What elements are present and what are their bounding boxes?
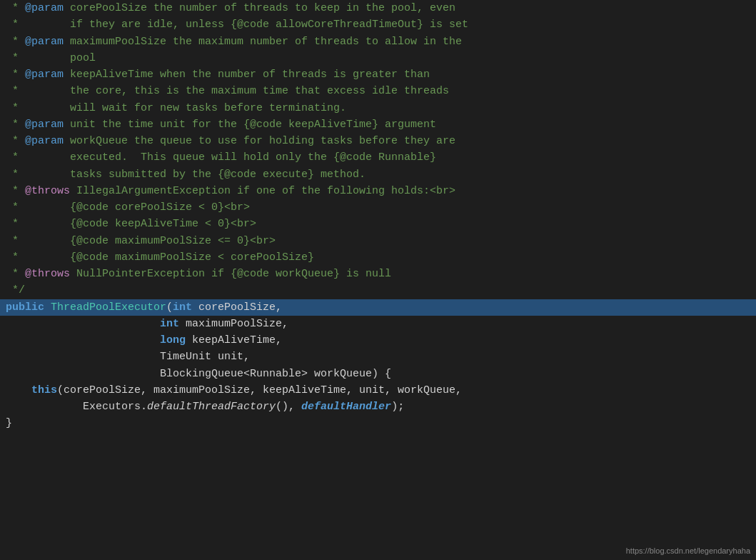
code-token: defaultThreadFactory (147, 401, 276, 413)
code-token: Executors. (6, 401, 147, 413)
code-line: * {@code corePoolSize < 0}<br> (0, 199, 756, 216)
code-token: * (6, 36, 25, 48)
code-token: * (6, 268, 25, 280)
code-line: * tasks submitted by the {@code execute}… (0, 166, 756, 183)
code-token: int (173, 301, 192, 314)
code-line: } (0, 415, 756, 431)
code-line: TimeUnit unit, (0, 349, 756, 365)
code-token: * {@code maximumPoolSize < corePoolSize} (6, 251, 314, 264)
code-token: * tasks submitted by the {@code execute}… (6, 169, 366, 181)
code-token: keepAliveTime when the number of threads… (64, 69, 430, 81)
code-line: * the core, this is the maximum time tha… (0, 83, 756, 99)
code-token: int (160, 318, 179, 330)
code-line: * pool (0, 50, 756, 66)
code-line: * {@code keepAliveTime < 0}<br> (0, 216, 756, 232)
code-line: this(corePoolSize, maximumPoolSize, keep… (0, 382, 756, 399)
code-token: * if they are idle, unless {@code allowC… (6, 19, 468, 31)
code-line: * @param keepAliveTime when the number o… (0, 66, 756, 83)
code-token: ( (166, 301, 173, 314)
code-token: keepAliveTime, (186, 334, 282, 346)
code-token: long (160, 334, 186, 346)
code-token: * {@code keepAliveTime < 0}<br> (6, 218, 256, 230)
code-token (6, 384, 31, 396)
code-token: @throws (25, 185, 70, 197)
code-token: * pool (6, 52, 96, 64)
code-line: */ (0, 282, 756, 299)
code-line: * if they are idle, unless {@code allowC… (0, 16, 756, 33)
code-token: @param (25, 36, 64, 48)
code-line: long keepAliveTime, (0, 332, 756, 349)
code-token: @param (25, 2, 64, 14)
code-line: Executors.defaultThreadFactory(), defaul… (0, 399, 756, 415)
code-token: * (6, 2, 25, 14)
watermark: https://blog.csdn.net/legendaryhaha (626, 545, 750, 557)
code-line: * will wait for new tasks before termina… (0, 100, 756, 116)
code-line: public ThreadPoolExecutor(int corePoolSi… (0, 299, 756, 316)
code-line: * {@code maximumPoolSize <= 0}<br> (0, 233, 756, 249)
code-line: * executed. This queue will hold only th… (0, 149, 756, 166)
code-container: * @param corePoolSize the number of thre… (0, 0, 756, 560)
code-line: * @param unit the time unit for the {@co… (0, 116, 756, 133)
code-token: * (6, 135, 25, 147)
code-line: BlockingQueue<Runnable> workQueue) { (0, 366, 756, 382)
code-token: * {@code corePoolSize < 0}<br> (6, 201, 250, 214)
code-token: NullPointerException if {@code workQueue… (70, 268, 391, 280)
code-line: int maximumPoolSize, (0, 316, 756, 332)
code-token: @param (25, 135, 64, 147)
code-token: maximumPoolSize, (179, 318, 288, 330)
code-token: defaultHandler (301, 401, 391, 413)
code-token: corePoolSize the number of threads to ke… (64, 2, 455, 14)
code-token: * will wait for new tasks before termina… (6, 102, 346, 114)
code-line: * @throws IllegalArgumentException if on… (0, 183, 756, 199)
code-token: } (6, 417, 12, 429)
code-token (6, 318, 160, 330)
code-line: * @throws NullPointerException if {@code… (0, 266, 756, 282)
code-token: corePoolSize, (192, 301, 282, 314)
code-token: IllegalArgumentException if one of the f… (70, 185, 455, 197)
code-token: @param (25, 119, 64, 131)
code-token: * (6, 185, 25, 197)
code-token (6, 334, 160, 346)
code-token: @throws (25, 268, 70, 280)
code-line: * @param corePoolSize the number of thre… (0, 0, 756, 16)
code-token: workQueue the queue to use for holding t… (64, 135, 455, 147)
code-token: ThreadPoolExecutor (51, 301, 166, 314)
code-token: TimeUnit unit, (6, 351, 250, 363)
code-token: * the core, this is the maximum time tha… (6, 85, 449, 97)
code-token: @param (25, 69, 64, 81)
code-token: this (31, 384, 57, 396)
code-token: (corePoolSize, maximumPoolSize, keepAliv… (57, 384, 462, 396)
code-token: ); (391, 401, 404, 413)
code-token: * executed. This queue will hold only th… (6, 151, 436, 164)
code-line: * @param workQueue the queue to use for … (0, 133, 756, 149)
code-token: */ (6, 284, 25, 296)
code-token: * {@code maximumPoolSize <= 0}<br> (6, 235, 276, 247)
code-token: unit the time unit for the {@code keepAl… (64, 119, 436, 131)
code-line: * @param maximumPoolSize the maximum num… (0, 34, 756, 50)
code-token: BlockingQueue<Runnable> workQueue) { (6, 368, 391, 380)
code-token: (), (276, 401, 301, 413)
code-token: maximumPoolSize the maximum number of th… (64, 36, 462, 48)
code-token: * (6, 119, 25, 131)
code-block: * @param corePoolSize the number of thre… (0, 0, 756, 432)
code-line: * {@code maximumPoolSize < corePoolSize} (0, 249, 756, 266)
code-token: public (6, 301, 44, 314)
code-token: * (6, 69, 25, 81)
code-token (44, 301, 51, 314)
